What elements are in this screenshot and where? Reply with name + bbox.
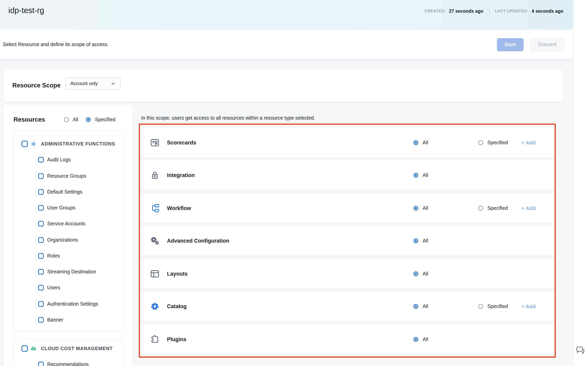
app-window: idp-test-rg CREATED: 27 seconds ago LAST…	[0, 0, 573, 366]
item-label[interactable]: Authentication Settings	[47, 301, 98, 307]
resource-scope-label: Resource Scope	[12, 69, 61, 101]
item-label[interactable]: Organizations	[47, 237, 78, 243]
resource-item: Service Accounts	[13, 216, 123, 232]
puzzle-icon	[150, 334, 160, 344]
cloud-dollar-icon: $	[31, 345, 37, 351]
all-radio-label[interactable]: All	[423, 336, 428, 342]
item-checkbox[interactable]	[38, 362, 44, 366]
page: idp-test-rg CREATED: 27 seconds ago LAST…	[0, 0, 588, 366]
discard-button[interactable]: Discard	[530, 38, 565, 51]
item-checkbox[interactable]	[38, 301, 44, 307]
add-button[interactable]: + Add	[521, 205, 536, 211]
item-label[interactable]: Roles	[47, 253, 60, 259]
resources-specified-label[interactable]: Specified	[95, 117, 116, 122]
updated-value: 4 seconds ago	[532, 8, 563, 13]
resources-all-label[interactable]: All	[73, 117, 78, 122]
resource-item: Resource Groups	[13, 168, 123, 184]
resource-type-label: Scorecards	[167, 139, 196, 145]
resource-item: Streaming Destination	[13, 264, 123, 280]
item-label[interactable]: Audit Logs	[47, 157, 71, 163]
item-checkbox[interactable]	[38, 253, 44, 259]
save-button[interactable]: Save	[497, 38, 524, 51]
all-radio[interactable]	[413, 238, 418, 243]
resource-type-row: LayoutsAll	[140, 259, 554, 288]
all-radio[interactable]	[413, 173, 418, 178]
svg-text:$: $	[33, 347, 35, 350]
scorecard-icon	[150, 137, 160, 147]
all-radio[interactable]	[413, 140, 418, 145]
resource-type-row: CatalogAllSpecified+ Add	[140, 292, 554, 321]
admin-gear-icon	[31, 141, 37, 147]
specified-radio[interactable]	[479, 140, 483, 145]
group-checkbox[interactable]	[22, 345, 28, 352]
specified-radio-label[interactable]: Specified	[487, 205, 508, 211]
resource-type-row: Advanced ConfigurationAll	[140, 226, 554, 256]
toolbar: Select Resource and define its scope of …	[0, 30, 573, 59]
resources-all-radio[interactable]	[64, 117, 69, 122]
item-label[interactable]: Banner	[47, 317, 63, 323]
specified-radio-label[interactable]: Specified	[487, 140, 508, 145]
item-checkbox[interactable]	[38, 173, 44, 179]
resource-item: Audit Logs	[13, 152, 123, 168]
resource-type-label: Catalog	[167, 303, 187, 309]
all-radio-label[interactable]: All	[423, 140, 428, 145]
resource-type-row: ScorecardsAllSpecified+ Add	[140, 128, 554, 157]
all-radio-label[interactable]: All	[423, 304, 428, 309]
resource-group-card: ADMINISTRATIVE FUNCTIONSAudit LogsResour…	[13, 130, 124, 331]
resource-type-label: Plugins	[167, 336, 186, 342]
page-header: idp-test-rg CREATED: 27 seconds ago LAST…	[0, 0, 573, 30]
gears-icon	[150, 236, 160, 246]
all-radio[interactable]	[413, 304, 418, 309]
scope-dropdown[interactable]: Account only	[65, 77, 121, 90]
add-button[interactable]: + Add	[521, 303, 536, 309]
meta-info: CREATED: 27 seconds ago LAST UPDATED: 4 …	[424, 0, 563, 22]
resource-type-label: Integration	[167, 172, 195, 178]
item-label[interactable]: Streaming Destination	[47, 269, 96, 274]
item-label[interactable]: Users	[47, 285, 60, 291]
item-label[interactable]: Service Accounts	[47, 221, 85, 227]
updated-label: LAST UPDATED:	[495, 9, 528, 13]
group-label: CLOUD COST MANAGEMENT	[41, 346, 113, 351]
workflow-icon	[150, 203, 160, 213]
resources-specified-radio[interactable]	[86, 117, 91, 122]
all-radio-label[interactable]: All	[423, 238, 428, 244]
all-radio[interactable]	[413, 271, 418, 276]
item-checkbox[interactable]	[38, 269, 44, 274]
item-label[interactable]: Recommendations	[47, 362, 89, 366]
resource-item: Roles	[13, 248, 123, 264]
resource-item: Authentication Settings	[13, 296, 123, 312]
resource-item: Default Settings	[13, 184, 123, 200]
layout-icon	[150, 269, 160, 279]
created-value: 27 seconds ago	[449, 8, 483, 13]
all-radio-label[interactable]: All	[423, 205, 428, 211]
all-radio-label[interactable]: All	[423, 172, 428, 178]
specified-radio[interactable]	[479, 304, 483, 309]
all-radio[interactable]	[413, 337, 418, 342]
all-radio-label[interactable]: All	[423, 271, 428, 276]
resource-type-row: PluginsAll	[140, 324, 554, 354]
add-button[interactable]: + Add	[521, 139, 536, 145]
resource-type-label: Advanced Configuration	[167, 238, 229, 244]
group-checkbox[interactable]	[22, 141, 28, 147]
lock-icon	[150, 170, 160, 180]
item-checkbox[interactable]	[38, 285, 44, 291]
item-checkbox[interactable]	[38, 205, 44, 211]
item-label[interactable]: Resource Groups	[47, 173, 86, 179]
item-label[interactable]: User Groups	[47, 205, 76, 211]
all-radio[interactable]	[413, 206, 418, 210]
item-checkbox[interactable]	[38, 221, 44, 227]
scope-description: In this scope, users get access to all r…	[141, 115, 315, 121]
specified-radio[interactable]	[479, 206, 483, 210]
item-checkbox[interactable]	[38, 157, 44, 163]
chat-bubble-icon[interactable]	[575, 345, 585, 355]
resource-group-card: $CLOUD COST MANAGEMENTRecommendations	[13, 339, 124, 366]
item-checkbox[interactable]	[38, 237, 44, 243]
gear-icon	[150, 301, 160, 311]
item-checkbox[interactable]	[38, 317, 44, 323]
resources-panel: Resources All Specified ADMINISTRATIVE F…	[4, 104, 132, 366]
specified-radio-label[interactable]: Specified	[487, 304, 508, 309]
resource-type-row: IntegrationAll	[140, 160, 554, 190]
item-checkbox[interactable]	[38, 189, 44, 195]
item-label[interactable]: Default Settings	[47, 189, 83, 195]
resource-type-label: Layouts	[167, 271, 188, 277]
